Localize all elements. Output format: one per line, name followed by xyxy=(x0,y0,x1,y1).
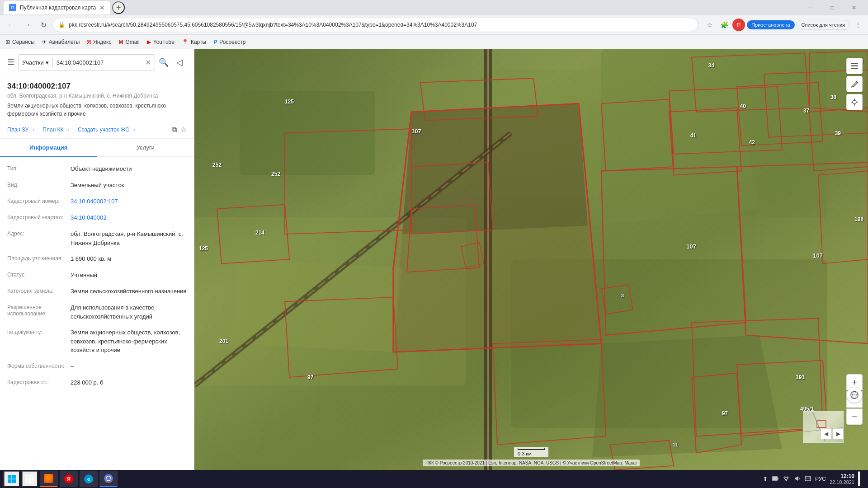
search-clear-button[interactable]: ✕ xyxy=(145,58,151,67)
bookmark-youtube[interactable]: ▶ YouTube xyxy=(147,39,175,45)
taskbar-app-chrome[interactable] xyxy=(99,471,118,487)
svg-point-46 xyxy=(853,100,856,104)
collapse-sidebar-button[interactable]: ◁ xyxy=(172,55,187,70)
info-row-address: Адрес: обл. Волгоградская, р-н Камышинск… xyxy=(0,226,194,251)
label-doc: по документу: xyxy=(7,328,71,355)
info-section: Тип: Объект недвижимости Вид: Земельный … xyxy=(0,157,194,470)
taskbar-clock[interactable]: 12:10 22.10.2021 xyxy=(830,473,854,485)
search-input[interactable] xyxy=(57,59,143,66)
map-right-controls xyxy=(846,58,863,110)
star-button[interactable]: ☆ xyxy=(703,19,716,31)
back-button[interactable]: ← xyxy=(4,18,18,32)
svg-rect-11 xyxy=(484,49,492,470)
maximize-button[interactable]: □ xyxy=(822,1,843,14)
paused-button[interactable]: Приостановлена xyxy=(747,20,794,29)
new-tab-button[interactable]: + xyxy=(112,1,125,14)
svg-rect-1 xyxy=(240,91,375,175)
battery-icon xyxy=(772,475,779,483)
favorite-button[interactable]: ☆ xyxy=(180,125,187,134)
taskbar-app-edge[interactable]: e xyxy=(80,471,98,487)
ime-icon[interactable] xyxy=(804,475,811,483)
minimize-button[interactable]: ─ xyxy=(800,1,821,14)
bookmark-rosreestr[interactable]: Р Росреестр xyxy=(213,39,245,45)
browser-chrome: П Публичная кадастровая карта ✕ + ─ □ ✕ … xyxy=(0,0,868,49)
svg-marker-20 xyxy=(420,78,538,120)
info-row-cadastr-num: Кадастровый номер: 34:10:040002:107 xyxy=(0,193,194,210)
show-desktop-button[interactable] xyxy=(858,471,861,487)
rosreestr-icon: Р xyxy=(213,39,217,45)
share-button[interactable]: ⧉ xyxy=(172,125,177,134)
svg-marker-23 xyxy=(669,87,782,154)
layers-button[interactable] xyxy=(846,58,863,74)
taskview-button[interactable] xyxy=(22,471,38,487)
svg-rect-60 xyxy=(12,479,16,483)
dropdown-arrow-icon: ▾ xyxy=(46,59,49,66)
create-jzs-link[interactable]: Создать участок ЖС → xyxy=(78,127,136,133)
svg-marker-25 xyxy=(601,99,674,171)
svg-marker-29 xyxy=(601,167,746,335)
svg-text:МРЦПД: МРЦПД xyxy=(438,218,551,286)
reload-button[interactable]: ↻ xyxy=(36,18,51,32)
action-links: План ЗУ → План КК → Создать участок ЖС →… xyxy=(0,122,194,139)
taskbar-app-firefox[interactable] xyxy=(40,471,58,487)
plan-zu-link[interactable]: План ЗУ → xyxy=(7,127,35,133)
search-container: Участки ▾ ✕ xyxy=(18,54,155,70)
yandex-icon: Я xyxy=(87,39,91,45)
parcel-num-125-t: 125 xyxy=(285,99,294,105)
forward-button[interactable]: → xyxy=(20,18,34,32)
taskbar-app-yandex[interactable]: Я xyxy=(60,471,78,487)
bookmark-maps[interactable]: 📍 Карты xyxy=(182,39,206,45)
svg-rect-43 xyxy=(851,66,858,67)
tab-services[interactable]: Услуги xyxy=(97,139,194,157)
bookmark-flights[interactable]: ✈ Авиабилеты xyxy=(42,39,80,45)
parcel-num-41: 41 xyxy=(690,132,696,139)
label-type: Тип: xyxy=(7,164,71,174)
volume-icon[interactable] xyxy=(793,475,801,483)
zoom-out-button[interactable]: − xyxy=(846,408,863,425)
reading-list-button[interactable]: Список для чтения xyxy=(797,20,850,30)
map-scale: 0.3 км xyxy=(514,447,548,457)
search-type-selector[interactable]: Участки ▾ xyxy=(22,59,49,66)
menu-button[interactable]: ⋮ xyxy=(852,19,864,31)
tab-info[interactable]: Информация xyxy=(0,139,97,157)
address-bar[interactable]: 🔒 pkk.rosreestr.ru/#/search/50.284924955… xyxy=(52,18,698,32)
profile-button[interactable]: П xyxy=(732,19,745,31)
svg-rect-58 xyxy=(12,475,16,479)
bookmarks-bar: ⊞ Сервисы ✈ Авиабилеты Я Яндекс M Gmail … xyxy=(0,34,868,49)
value-kvartal[interactable]: 34:10:040002 xyxy=(71,213,187,222)
notification-icon[interactable]: ⬆ xyxy=(763,475,768,483)
label-cadastr-val: Кадастровая ст.: xyxy=(7,378,71,387)
search-button[interactable]: 🔍 xyxy=(159,57,169,67)
plan-kk-link[interactable]: План КК → xyxy=(42,127,71,133)
info-row-cadastr-val: Кадастровая ст.: 228 000 р. б xyxy=(0,375,194,391)
extensions-button[interactable]: 🧩 xyxy=(718,19,731,31)
bookmark-gmail[interactable]: M Gmail xyxy=(118,39,139,45)
value-cadastr-num[interactable]: 34:10:040002:107 xyxy=(71,197,187,206)
hamburger-menu-button[interactable]: ☰ xyxy=(7,57,14,67)
svg-rect-72 xyxy=(805,476,811,481)
parcel-num-38-tr: 38 xyxy=(830,94,836,100)
svg-marker-10 xyxy=(231,259,402,352)
active-tab[interactable]: П Публичная кадастровая карта ✕ xyxy=(4,1,110,14)
globe-button[interactable] xyxy=(846,387,863,403)
crosshair-button[interactable] xyxy=(846,94,863,110)
map-area[interactable]: МРЦПД 34 43 40 38 39 41 42 37 107 125 25… xyxy=(194,49,868,470)
info-tabs: Информация Услуги xyxy=(0,139,194,157)
draw-button[interactable] xyxy=(846,76,863,92)
value-doc: Земли акционерных обществ, колхозов, сов… xyxy=(71,328,187,355)
info-row-usage: Разрешенное использование: Для использов… xyxy=(0,300,194,324)
start-button[interactable] xyxy=(4,471,20,487)
label-ownership: Форма собственности: xyxy=(7,362,71,371)
value-vid: Земельный участок xyxy=(71,181,187,190)
map-move-left[interactable]: ◀ xyxy=(821,428,831,439)
tab-close-button[interactable]: ✕ xyxy=(99,4,105,11)
map-move-right[interactable]: ▶ xyxy=(833,428,844,439)
close-button[interactable]: ✕ xyxy=(844,1,864,14)
info-row-doc: по документу: Земли акционерных обществ,… xyxy=(0,324,194,358)
flights-label: Авиабилеты xyxy=(49,39,80,45)
value-category: Земли сельскохозяйственного назначения xyxy=(71,287,187,296)
bookmark-yandex[interactable]: Я Яндекс xyxy=(87,39,111,45)
language-indicator[interactable]: РУС xyxy=(815,476,826,482)
bookmark-services[interactable]: ⊞ Сервисы xyxy=(5,39,35,45)
network-icon[interactable] xyxy=(783,475,790,483)
